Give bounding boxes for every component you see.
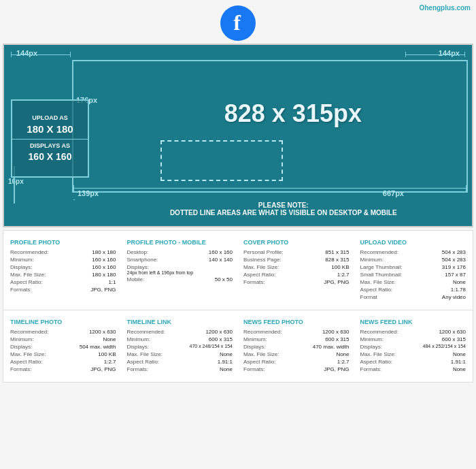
nfl-recommended: Recommended: 1200 x 630 [360,329,466,335]
info-section-bottom: TIMELINE PHOTO Recommended: 1200 x 630 M… [3,310,473,383]
uv-maxfile: Max. File Size: None [360,279,466,285]
nfp-minimum: Minimum: 600 x 315 [243,336,350,342]
please-note: PLEASE NOTE: DOTTED LINE AREAS ARE WHAT … [170,201,397,216]
news-feed-link-title: NEWS FEED LINK [360,319,466,325]
cover-photo-title: COVER PHOTO [243,239,350,246]
info-section-top: PROFILE PHOTO Recommended: 180 x 180 Min… [3,230,473,310]
dotted-area [160,140,283,181]
timeline-photo-title: TIMELINE PHOTO [10,319,116,325]
nfp-displays: Displays: 470 max. width [243,344,350,350]
upload-video-title: UPLOAD VIDEO [360,239,466,246]
nfl-displays: Displays: 484 x 252/154 x 154 [360,344,466,350]
right-margin-label: 144px [439,49,460,57]
cp-personal: Personal Profile: 851 x 315 [243,249,350,255]
nfl-formats: Formats: None [360,366,466,372]
uv-small-thumb: Small Thumbnail: 157 x 87 [360,272,466,278]
tp-recommended: Recommended: 1200 x 630 [10,329,116,335]
cp-aspect: Aspect Ratio: 1:2.7 [243,272,350,278]
tp-displays: Displays: 504 max. width [10,344,116,350]
nfp-formats: Formats: JPG, PNG [243,366,350,372]
tp-maxfile: Max. File Size: 100 KB [10,351,116,357]
nfp-aspect: Aspect Ratio: 1:2.7 [243,359,350,365]
uv-format: Format Any video [360,294,466,300]
news-feed-photo-block: NEWS FEED PHOTO Recommended: 1200 x 630 … [239,316,354,376]
cover-photo-block: COVER PHOTO Personal Profile: 851 x 315 … [239,236,354,304]
top-offset-label: 16px [8,178,24,185]
nfl-maxfile: Max. File Size: None [360,351,466,357]
bottom-width-label: 667px [383,189,404,197]
nfp-recommended: Recommended: 1200 x 630 [243,329,350,335]
uv-aspect: Aspect Ratio: 1:1.78 [360,287,466,293]
profile-diagram-box: UPLOAD AS 180 X 180 DISPLAYS AS 160 X 16… [11,99,89,178]
profile-photo-title: PROFILE PHOTO [10,239,116,246]
uv-large-thumb: Large Thumbnail: 319 x 176 [360,264,466,270]
fb-letter: f [233,10,241,35]
pp-formats: Formats: JPG, PNG [10,287,116,293]
nfl-minimum: Minimum: 600 x 315 [360,336,466,342]
nfl-aspect: Aspect Ratio: 1.91:1 [360,359,466,365]
pm-desktop: Desktop: 160 x 160 [127,249,233,255]
brand-logo: Ohengplus.com [419,4,471,12]
main-dimension: 828 x 315px [224,99,362,128]
tp-minimum: Minimum: None [10,336,116,342]
tl-formats: Formats: None [127,366,233,372]
tl-displays: Displays: 470 x 246/154 x 154 [127,344,233,350]
cp-formats: Formats: JPG, PNG [243,279,350,285]
pp-aspect: Aspect Ratio: 1:1 [10,279,116,285]
pp-displays: Displays: 160 x 160 [10,264,116,270]
profile-photo-block: PROFILE PHOTO Recommended: 180 x 180 Min… [6,236,120,304]
facebook-icon: f [220,5,256,41]
cp-business: Business Page: 828 x 315 [243,257,350,263]
tl-aspect: Aspect Ratio: 1.91:1 [127,359,233,365]
pm-displays: Displays: 24px from left & 196px from to… [127,264,233,275]
profile-mobile-block: PROFILE PHOTO - MOBILE Desktop: 160 x 16… [123,236,237,304]
tp-formats: Formats: JPG, PNG [10,366,116,372]
right-margin-line [405,54,465,55]
left-margin-label: 144px [16,49,37,57]
tl-recommended: Recommended: 1200 x 630 [127,329,233,335]
upload-label: UPLOAD AS 180 X 180 [27,114,73,135]
pm-smartphone: Smartphone: 140 x 140 [127,257,233,263]
news-feed-photo-title: NEWS FEED PHOTO [243,319,350,325]
pp-recommended: Recommended: 180 x 180 [10,249,116,255]
profile-mobile-title: PROFILE PHOTO - MOBILE [127,239,233,246]
uv-minimum: Minimum: 504 x 283 [360,257,466,263]
pp-maxfile: Max. File Size: 180 x 180 [10,272,116,278]
uv-recommended: Recommended: 504 x 283 [360,249,466,255]
tl-maxfile: Max. File Size: None [127,351,233,357]
bottom-height-label: 139px [78,189,99,197]
cp-maxfile: Max. File Size: 100 KB [243,264,350,270]
left-margin-line [11,54,71,55]
pp-minimum: Minimum: 160 x 160 [10,257,116,263]
tl-minimum: Minimum: 600 x 315 [127,336,233,342]
tp-aspect: Aspect Ratio: 1:2.7 [10,359,116,365]
timeline-link-title: TIMELINE LINK [127,319,233,325]
diagram-area: 144px 144px 176px 16px 828 x 315px UPLOA… [3,44,473,227]
pm-mobile: Mobile: 50 x 50 [127,276,233,282]
timeline-link-block: TIMELINE LINK Recommended: 1200 x 630 Mi… [123,316,237,376]
upload-video-block: UPLOAD VIDEO Recommended: 504 x 283 Mini… [356,236,471,304]
news-feed-link-block: NEWS FEED LINK Recommended: 1200 x 630 M… [356,316,471,376]
nfp-maxfile: Max. File Size: None [243,351,350,357]
header: f Ohengplus.com [0,0,476,44]
timeline-photo-block: TIMELINE PHOTO Recommended: 1200 x 630 M… [6,316,120,376]
